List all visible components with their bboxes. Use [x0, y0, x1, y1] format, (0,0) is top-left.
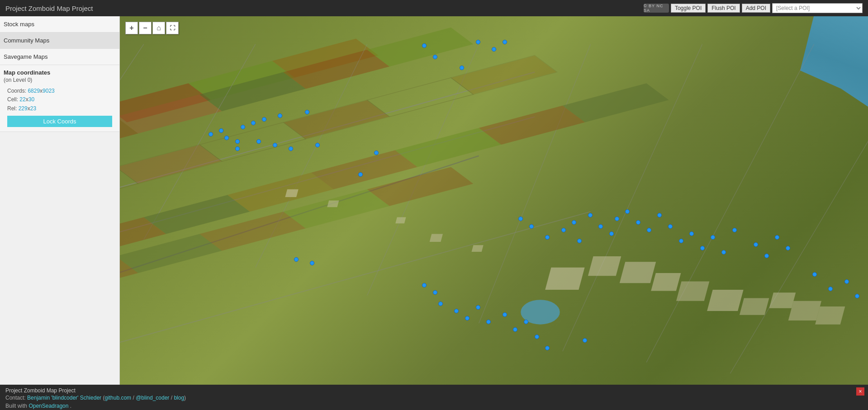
poi-dot[interactable]: [577, 239, 582, 243]
poi-dot[interactable]: [524, 320, 528, 324]
sidebar-item-savegame-maps[interactable]: Savegame Maps: [0, 49, 119, 65]
coords-subtitle: (on Level 0): [4, 77, 116, 83]
poi-dot[interactable]: [310, 261, 314, 265]
add-poi-button[interactable]: Add POI: [742, 4, 770, 13]
poi-dot[interactable]: [636, 220, 640, 225]
poi-dot[interactable]: [598, 224, 603, 229]
poi-dot[interactable]: [315, 143, 320, 147]
poi-dot[interactable]: [518, 217, 523, 221]
poi-dot[interactable]: [256, 139, 261, 144]
contact-github-link[interactable]: github.com: [104, 395, 131, 401]
poi-dot[interactable]: [529, 224, 534, 229]
poi-dot[interactable]: [668, 224, 673, 229]
poi-dot[interactable]: [588, 213, 593, 217]
poi-dot[interactable]: [422, 283, 427, 287]
poi-dot[interactable]: [545, 346, 550, 350]
poi-dot[interactable]: [754, 242, 758, 247]
poi-dot[interactable]: [732, 228, 737, 232]
poi-dot[interactable]: [535, 335, 539, 339]
poi-dot[interactable]: [711, 235, 715, 240]
poi-dot[interactable]: [209, 132, 213, 137]
svg-rect-35: [788, 301, 821, 320]
poi-dot[interactable]: [786, 246, 790, 250]
poi-select-dropdown[interactable]: [Select a POI]: [772, 3, 863, 13]
footer: × Project Zomboid Map Project Contact: B…: [0, 385, 868, 410]
poi-dot[interactable]: [764, 254, 769, 258]
poi-dot[interactable]: [647, 228, 651, 232]
poi-dot[interactable]: [721, 250, 726, 254]
poi-dot[interactable]: [224, 136, 229, 140]
poi-dot[interactable]: [492, 47, 496, 52]
svg-rect-36: [815, 306, 845, 325]
poi-dot[interactable]: [219, 128, 223, 133]
poi-dot[interactable]: [583, 338, 587, 343]
poi-dot[interactable]: [251, 121, 256, 125]
sidebar-item-stock-maps[interactable]: Stock maps: [0, 16, 119, 33]
map-canvas[interactable]: + − ⌂ ⛶: [120, 16, 868, 385]
poi-dot[interactable]: [828, 287, 833, 291]
cell-y-link[interactable]: 30: [28, 96, 34, 103]
contact-blog-link[interactable]: blog: [174, 395, 184, 401]
poi-dot[interactable]: [433, 290, 437, 295]
poi-dot[interactable]: [679, 239, 683, 243]
poi-dot[interactable]: [503, 312, 507, 317]
poi-dot[interactable]: [812, 272, 817, 277]
poi-dot[interactable]: [855, 294, 859, 298]
footer-close-button[interactable]: ×: [856, 387, 864, 396]
poi-dot[interactable]: [422, 43, 427, 48]
poi-dot[interactable]: [294, 257, 299, 262]
poi-dot[interactable]: [775, 235, 779, 240]
sidebar-item-community-maps[interactable]: Community Maps: [0, 33, 119, 49]
zoom-in-button[interactable]: +: [125, 22, 138, 34]
poi-dot[interactable]: [503, 40, 507, 44]
poi-dot[interactable]: [305, 110, 309, 114]
poi-dot[interactable]: [609, 231, 614, 236]
poi-dot[interactable]: [486, 320, 491, 324]
poi-dot[interactable]: [235, 139, 240, 144]
map-area[interactable]: + − ⌂ ⛶: [120, 16, 868, 385]
poi-dot[interactable]: [438, 302, 443, 306]
home-button[interactable]: ⌂: [152, 22, 165, 34]
poi-dot[interactable]: [460, 66, 464, 70]
poi-dot[interactable]: [545, 235, 550, 240]
openSeadragon-link[interactable]: OpenSeadragon: [28, 403, 68, 409]
contact-name-link[interactable]: Benjamin 'blindcoder' Schieder: [27, 395, 101, 401]
poi-dot[interactable]: [235, 146, 240, 151]
poi-dot[interactable]: [374, 151, 379, 155]
poi-dot[interactable]: [278, 113, 282, 118]
poi-dot[interactable]: [465, 316, 470, 320]
poi-dot[interactable]: [572, 220, 576, 225]
poi-dot[interactable]: [625, 209, 630, 214]
poi-dot[interactable]: [513, 327, 517, 332]
contact-twitter-link[interactable]: @blind_coder: [136, 395, 169, 401]
poi-dot[interactable]: [454, 309, 459, 313]
poi-dot[interactable]: [289, 146, 293, 151]
poi-dot[interactable]: [657, 213, 662, 217]
contact-prefix: Contact:: [5, 395, 26, 401]
poi-dot[interactable]: [433, 55, 437, 59]
coords-x-link[interactable]: 6829: [28, 88, 40, 94]
lock-coords-button[interactable]: Lock Coords: [7, 116, 112, 127]
poi-dot[interactable]: [241, 125, 245, 129]
poi-dot[interactable]: [358, 172, 363, 177]
fullscreen-button[interactable]: ⛶: [166, 22, 179, 34]
rel-y-link[interactable]: 23: [30, 105, 36, 112]
poi-dot[interactable]: [262, 117, 266, 122]
flush-poi-button[interactable]: Flush POI: [707, 4, 740, 13]
rel-x-link[interactable]: 229: [19, 105, 28, 112]
poi-dot[interactable]: [476, 40, 480, 44]
poi-dot[interactable]: [273, 143, 277, 147]
coords-title: Map coordinates: [4, 69, 116, 77]
poi-dot[interactable]: [615, 217, 619, 221]
toggle-poi-button[interactable]: Toggle POI: [671, 4, 706, 13]
poi-dot[interactable]: [689, 231, 694, 236]
zoom-out-button[interactable]: −: [139, 22, 152, 34]
poi-dot[interactable]: [700, 246, 705, 250]
poi-dot[interactable]: [844, 279, 849, 284]
coords-y-link[interactable]: 9023: [43, 88, 55, 94]
poi-dot[interactable]: [476, 305, 480, 310]
svg-line-19: [730, 44, 868, 374]
cell-x-link[interactable]: 22: [19, 96, 25, 103]
footer-title: Project Zomboid Map Project: [5, 387, 863, 394]
poi-dot[interactable]: [561, 228, 566, 232]
